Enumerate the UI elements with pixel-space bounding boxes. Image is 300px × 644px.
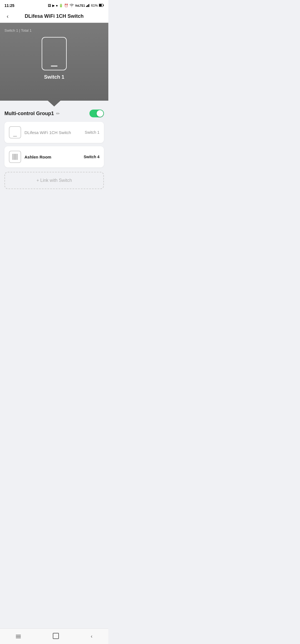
device-name-1: DLifesa WiFi 1CH Switch <box>24 130 71 135</box>
device-thumb-line-1 <box>13 136 17 137</box>
edit-icon[interactable]: ✏ <box>56 111 60 116</box>
device-card-left-2: Ashlen Room <box>9 151 51 163</box>
content-section: Multi-control Group1 ✏ DLifesa WiFi 1CH … <box>0 101 108 195</box>
device-icon-line <box>51 66 58 66</box>
device-card-left-1: DLifesa WiFi 1CH Switch <box>9 126 71 138</box>
multi-line-2 <box>14 154 15 160</box>
alarm-icon: ⏰ <box>64 4 68 8</box>
add-link-button[interactable]: + Link with Switch <box>4 172 104 189</box>
toggle-knob <box>97 110 103 117</box>
hero-subtitle: Switch 1 | Total 1 <box>4 28 32 33</box>
hero-device-name: Switch 1 <box>44 74 64 80</box>
battery-saver-icon: 🔋 <box>59 4 63 8</box>
group-title-row: Multi-control Group1 ✏ <box>4 111 60 117</box>
hero-content: Switch 1 <box>4 37 104 88</box>
page-title: DLifesa WiFi 1CH Switch <box>25 13 84 19</box>
group-header: Multi-control Group1 ✏ <box>4 110 104 117</box>
status-time: 11:25 <box>4 3 14 8</box>
signal-bars-icon <box>86 4 90 8</box>
section-triangle <box>48 100 61 106</box>
wifi-icon <box>69 4 74 8</box>
device-card-2[interactable]: Ashlen Room Switch 4 <box>4 146 104 167</box>
svg-rect-0 <box>86 6 87 7</box>
whatsapp-icon: ● <box>56 4 58 8</box>
multi-line-4 <box>17 154 18 160</box>
svg-rect-3 <box>89 4 90 7</box>
battery-percent: 61% <box>91 4 98 8</box>
back-button[interactable]: ‹ <box>4 12 11 21</box>
group-toggle[interactable] <box>89 110 104 117</box>
multi-line-1 <box>12 154 13 160</box>
status-icons: 🖼 ▶ ● 🔋 ⏰ VoLTE1 61% <box>48 4 104 8</box>
hero-section: Switch 1 | Total 1 Switch 1 <box>0 23 108 101</box>
svg-rect-5 <box>103 4 104 6</box>
multi-line-3 <box>15 154 16 160</box>
header: ‹ DLifesa WiFi 1CH Switch <box>0 10 108 23</box>
device-icon <box>42 37 67 70</box>
device-thumb-1 <box>9 126 21 138</box>
svg-rect-1 <box>87 5 88 7</box>
status-bar: 11:25 🖼 ▶ ● 🔋 ⏰ VoLTE1 61% <box>0 0 108 10</box>
video-icon: ▶ <box>52 4 55 8</box>
svg-rect-6 <box>99 4 102 6</box>
group-title: Multi-control Group1 <box>4 111 54 117</box>
svg-rect-2 <box>88 4 89 7</box>
device-switch-label-1: Switch 1 <box>85 130 99 135</box>
photo-icon: 🖼 <box>48 4 51 8</box>
device-switch-label-2: Switch 4 <box>84 155 99 159</box>
battery-icon <box>99 4 104 8</box>
lte-icon: VoLTE1 <box>75 4 85 7</box>
device-card-1[interactable]: DLifesa WiFi 1CH Switch Switch 1 <box>4 122 104 143</box>
device-thumb-2 <box>9 151 21 163</box>
device-name-2: Ashlen Room <box>24 155 51 159</box>
